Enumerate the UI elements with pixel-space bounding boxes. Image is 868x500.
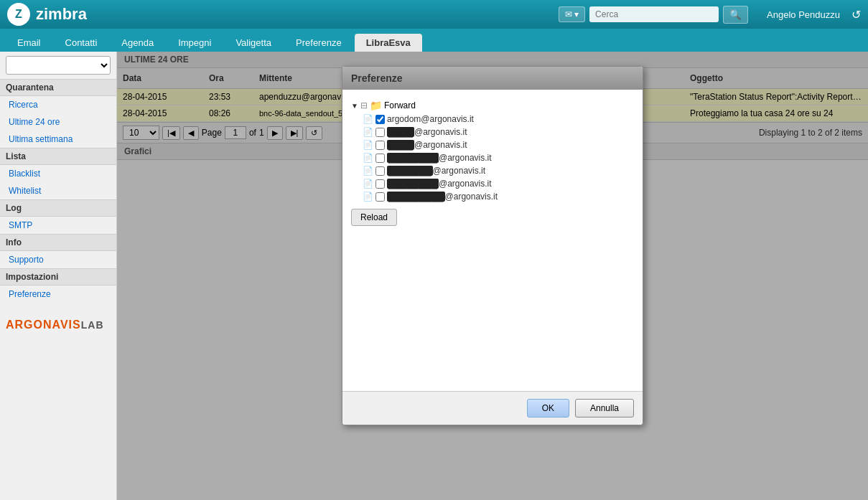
tab-impegni[interactable]: Impegni (167, 34, 223, 52)
sidebar-item-ultimasettimana[interactable]: Ultima settimana (0, 131, 116, 148)
search-button[interactable]: 🔍 (723, 6, 748, 24)
tab-valigetta[interactable]: Valigetta (224, 34, 283, 52)
search-area: ✉ ▾ 🔍 Angelo Penduzzu ↺ (559, 6, 861, 24)
logo-text: zimbra (36, 5, 87, 24)
email-2: ████@argonavis.it (387, 127, 467, 137)
doc-icon: 📄 (363, 153, 373, 163)
tree-root-label: Forward (384, 100, 416, 110)
tree-item-5: 📄 ███████@argonavis.it (351, 164, 634, 177)
section-info: Info (0, 234, 116, 251)
section-quarantena: Quarantena (0, 79, 116, 96)
tree-item-6: 📄 ████████@argonavis.it (351, 177, 634, 190)
checkbox-1[interactable] (375, 115, 385, 124)
doc-icon: 📄 (363, 140, 373, 150)
email-1: argodom@argonavis.it (387, 114, 474, 124)
topbar: Z zimbra ✉ ▾ 🔍 Angelo Penduzzu ↺ (0, 0, 868, 29)
tab-libraesva[interactable]: LibraEsva (355, 34, 422, 52)
doc-icon: 📄 (363, 192, 373, 202)
preferences-modal: Preferenze ▼ ⊟ 📁 Forward 📄 argodom@argon… (342, 66, 643, 425)
checkbox-6[interactable] (375, 179, 385, 189)
tree-item-7: 📄 █████████@argonavis.it (351, 190, 634, 203)
doc-icon: 📄 (363, 127, 373, 137)
checkbox-5[interactable] (375, 166, 385, 176)
refresh-button[interactable]: ↺ (851, 8, 861, 22)
tree-toggle[interactable]: ▼ (351, 102, 358, 110)
ok-button[interactable]: OK (527, 399, 569, 418)
modal-overlay: Preferenze ▼ ⊟ 📁 Forward 📄 argodom@argon… (117, 52, 868, 500)
sidebar-dropdown[interactable] (6, 56, 111, 75)
doc-icon: 📄 (363, 114, 373, 124)
checkbox-2[interactable] (375, 128, 385, 137)
tab-email[interactable]: Email (6, 34, 52, 52)
sidebar-item-ultime24[interactable]: Ultime 24 ore (0, 113, 116, 131)
tab-preferenze[interactable]: Preferenze (284, 34, 353, 52)
logo-icon: Z (7, 3, 30, 26)
content: ULTIME 24 ORE Data Ora Mittente Destinat… (117, 52, 868, 500)
user-name: Angelo Penduzzu (767, 9, 840, 20)
modal-footer: OK Annulla (342, 391, 643, 425)
sidebar-item-smtp[interactable]: SMTP (0, 217, 116, 234)
sidebar-item-supporto[interactable]: Supporto (0, 251, 116, 268)
sidebar-item-blacklist[interactable]: Blacklist (0, 165, 116, 182)
modal-title: Preferenze (342, 67, 643, 90)
tab-contatti[interactable]: Contatti (54, 34, 109, 52)
email-4: ████████@argonavis.it (387, 153, 492, 163)
section-lista: Lista (0, 148, 116, 165)
email-7: █████████@argonavis.it (387, 192, 498, 202)
reload-button[interactable]: Reload (351, 209, 397, 226)
main: Quarantena Ricerca Ultime 24 ore Ultima … (0, 52, 868, 500)
cancel-button[interactable]: Annulla (575, 399, 634, 418)
tree-item-2: 📄 ████@argonavis.it (351, 126, 634, 138)
search-input[interactable] (589, 6, 719, 22)
email-6: ████████@argonavis.it (387, 179, 492, 189)
checkbox-3[interactable] (375, 141, 385, 150)
logo: Z zimbra (7, 3, 87, 26)
sidebar: Quarantena Ricerca Ultime 24 ore Ultima … (0, 52, 117, 500)
email-5: ███████@argonavis.it (387, 166, 485, 176)
tree-item-4: 📄 ████████@argonavis.it (351, 151, 634, 164)
section-impostazioni: Impostazioni (0, 268, 116, 286)
doc-icon: 📄 (363, 166, 373, 176)
tree-item-1: 📄 argodom@argonavis.it (351, 113, 634, 126)
sidebar-item-whitelist[interactable]: Whitelist (0, 182, 116, 199)
tree-root: ▼ ⊟ 📁 Forward (351, 98, 634, 113)
tree-minus-icon: ⊟ (360, 100, 368, 110)
section-log: Log (0, 199, 116, 217)
navbar: Email Contatti Agenda Impegni Valigetta … (0, 29, 868, 52)
sidebar-item-ricerca[interactable]: Ricerca (0, 96, 116, 113)
email-3: ████@argonavis.it (387, 140, 467, 150)
doc-icon: 📄 (363, 179, 373, 189)
tree-item-3: 📄 ████@argonavis.it (351, 138, 634, 151)
sidebar-item-preferenze[interactable]: Preferenze (0, 286, 116, 303)
tab-agenda[interactable]: Agenda (110, 34, 165, 52)
checkbox-7[interactable] (375, 192, 385, 202)
modal-body: ▼ ⊟ 📁 Forward 📄 argodom@argonavis.it 📄 (342, 90, 643, 391)
argonavis-logo: ARGONAVISLAB (0, 303, 116, 346)
folder-icon: 📁 (370, 100, 382, 111)
checkbox-4[interactable] (375, 154, 385, 163)
search-type-button[interactable]: ✉ ▾ (559, 6, 585, 22)
